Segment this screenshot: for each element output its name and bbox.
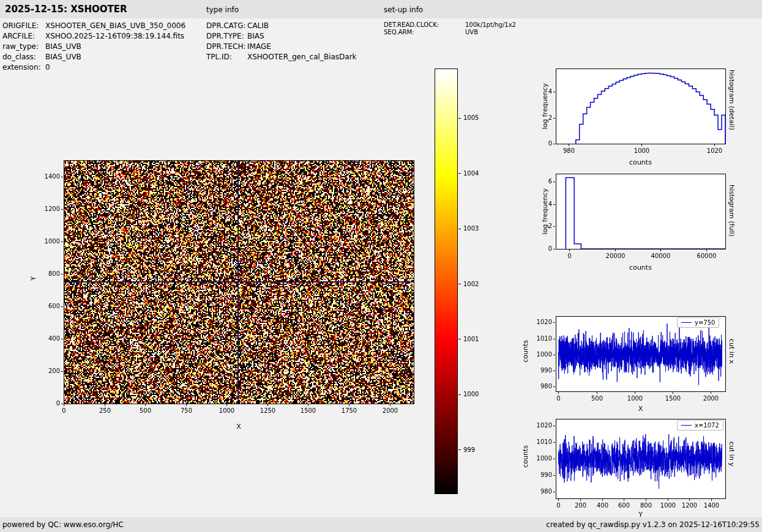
cut-in-y-y-label: counts <box>521 445 529 468</box>
cut-in-x-y-label: counts <box>521 340 529 363</box>
footer-left-text: powered by QC: www.eso.org/HC <box>2 520 124 529</box>
colorbar-tick <box>458 229 461 229</box>
histogram-full-x-label: counts <box>556 264 725 272</box>
setup-info-row: DET.READ.CLOCK:100k/1pt/hg/1x2 <box>384 21 516 29</box>
field-label: extension: <box>2 62 45 73</box>
legend-line-sample <box>681 322 692 323</box>
bias-x-axis-label: X <box>64 423 414 430</box>
colorbar-tick <box>458 394 461 395</box>
setup-info-block: DET.READ.CLOCK:100k/1pt/hg/1x2 SEQ.ARM:U… <box>384 21 516 36</box>
file-info-row: do_class:BIAS_UVB <box>2 52 185 62</box>
type-info-row: DPR.TYPE:BIAS <box>206 31 357 42</box>
type-info-row: DPR.CATG:CALIB <box>206 21 357 31</box>
file-info-block: ORIGFILE:XSHOOTER_GEN_BIAS_UVB_350_0006 … <box>2 21 185 73</box>
histogram-detail-x-label: counts <box>556 158 725 166</box>
colorbar-tick-label: 1001 <box>463 335 479 344</box>
histogram-full-canvas <box>532 166 734 270</box>
colorbar <box>435 68 458 494</box>
cut-in-y-side-title: cut in y <box>728 441 736 467</box>
field-value: BIAS_UVB <box>45 53 81 61</box>
colorbar-tick-label: 1005 <box>463 114 479 122</box>
colorbar-tick-area: 999100010011002100310041005 <box>458 68 495 494</box>
colorbar-tick <box>458 173 461 174</box>
field-value: XSHOOTER_GEN_BIAS_UVB_350_0006 <box>45 21 185 30</box>
colorbar-tick-label: 1004 <box>463 169 479 178</box>
legend-line-sample <box>681 425 692 426</box>
field-label: SEQ.ARM: <box>384 29 465 36</box>
field-label: raw_type: <box>2 42 45 52</box>
type-info-row: DPR.TECH:IMAGE <box>206 42 357 52</box>
field-value: XSHOOTER_gen_cal_BiasDark <box>247 53 357 61</box>
field-value: BIAS_UVB <box>45 42 81 51</box>
colorbar-tick <box>458 449 461 450</box>
field-value: IMAGE <box>247 42 271 51</box>
colorbar-tick-label: 999 <box>463 446 475 454</box>
field-value: BIAS <box>247 32 264 40</box>
field-label: ORIGFILE: <box>2 21 45 31</box>
bias-y-axis-label: Y <box>29 276 37 281</box>
histogram-full-y-label: log frequency <box>541 188 549 234</box>
histogram-detail-side-title: histogram (detail) <box>728 70 736 130</box>
setup-info-header: set-up info <box>384 6 423 14</box>
field-value: CALIB <box>247 21 269 30</box>
colorbar-tick <box>458 118 461 119</box>
field-label: DET.READ.CLOCK: <box>384 21 465 29</box>
field-value: 0 <box>45 63 50 72</box>
cut-in-x-side-title: cut in x <box>728 339 736 364</box>
histogram-detail-y-label: log frequency <box>541 83 549 129</box>
type-info-block: DPR.CATG:CALIB DPR.TYPE:BIAS DPR.TECH:IM… <box>206 21 357 62</box>
file-info-row: ARCFILE:XSHOO.2025-12-16T09:38:19.144.fi… <box>2 31 185 42</box>
colorbar-tick-label: 1002 <box>463 280 479 289</box>
legend-label: x=1072 <box>695 422 719 429</box>
bias-image-canvas <box>24 154 422 423</box>
file-info-row: ORIGFILE:XSHOOTER_GEN_BIAS_UVB_350_0006 <box>2 21 185 31</box>
field-label: do_class: <box>2 52 45 62</box>
legend-label: y=750 <box>695 319 715 326</box>
page-title: 2025-12-15: XSHOOTER <box>5 4 127 15</box>
field-label: DPR.CATG: <box>206 21 247 31</box>
field-label: ARCFILE: <box>2 31 45 42</box>
colorbar-tick-label: 1000 <box>463 390 479 399</box>
qc-report-page: 2025-12-15: XSHOOTER type info set-up in… <box>0 0 762 532</box>
setup-info-row: SEQ.ARM:UVB <box>384 29 516 36</box>
cut-in-x-legend: y=750 <box>677 317 719 328</box>
field-value: 100k/1pt/hg/1x2 <box>465 21 516 28</box>
type-info-row: TPL.ID:XSHOOTER_gen_cal_BiasDark <box>206 52 357 62</box>
field-label: DPR.TECH: <box>206 42 247 52</box>
cut-in-y-legend: x=1072 <box>677 420 723 430</box>
field-label: DPR.TYPE: <box>206 31 247 42</box>
type-info-header: type info <box>206 6 239 14</box>
field-label: TPL.ID: <box>206 52 247 62</box>
histogram-detail-canvas <box>532 61 734 165</box>
footer-right-text: created by qc_rawdisp.py v1.2.3 on 2025-… <box>546 520 760 529</box>
field-value: UVB <box>465 29 478 35</box>
colorbar-tick <box>458 284 461 284</box>
histogram-full-side-title: histogram (full) <box>728 185 736 237</box>
file-info-row: extension:0 <box>2 62 185 73</box>
field-value: XSHOO.2025-12-16T09:38:19.144.fits <box>45 32 184 40</box>
colorbar-tick-label: 1003 <box>463 224 479 233</box>
file-info-row: raw_type:BIAS_UVB <box>2 42 185 52</box>
header-bar: 2025-12-15: XSHOOTER type info set-up in… <box>0 0 762 18</box>
colorbar-tick <box>458 339 461 339</box>
